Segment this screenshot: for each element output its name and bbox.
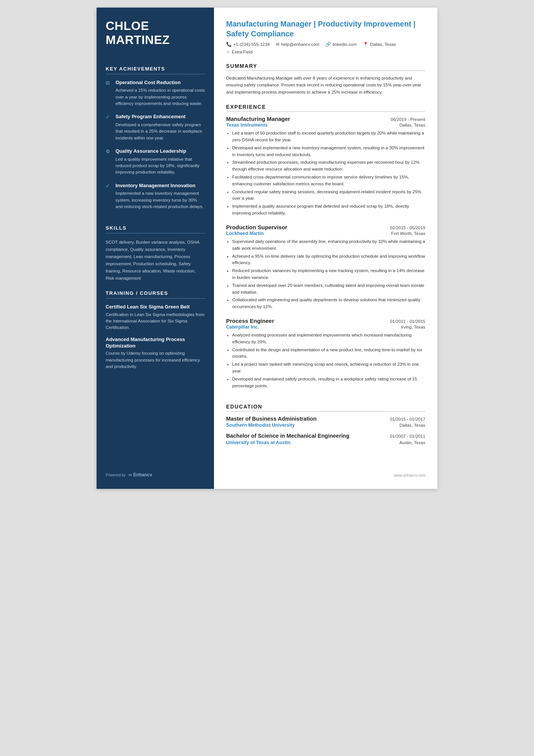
training-desc-2: Course by Udemy focusing on optimizing m… <box>106 350 205 370</box>
education-section-title: EDUCATION <box>226 404 425 410</box>
exp-location-1: Dallas, Texas <box>400 123 425 127</box>
edu-degree-1: Master of Business Administration <box>226 415 317 423</box>
edu-school-1: Southern Methodist University <box>226 423 295 428</box>
education-item-2: Bachelor of Science in Mechanical Engine… <box>226 432 425 445</box>
bullet: Implemented a quality assurance program … <box>232 203 425 217</box>
bullet: Developed and maintained safety protocol… <box>232 376 425 390</box>
training-list: Certified Lean Six Sigma Green Belt Cert… <box>106 304 205 375</box>
achievement-icon-1: ⊟ <box>106 80 112 86</box>
achievements-divider <box>106 74 205 74</box>
bullet: Supervised daily operations of the assem… <box>232 238 425 252</box>
training-item-1: Certified Lean Six Sigma Green Belt Cert… <box>106 304 205 331</box>
achievements-list: ⊟ Operational Cost Reduction Achieved a … <box>106 80 205 217</box>
edu-location-2: Austin, Texas <box>400 440 425 445</box>
exp-location-3: Irving, Texas <box>401 325 425 329</box>
bullet: Facilitated cross-departmental communica… <box>232 174 425 188</box>
main-footer: www.enhancv.com <box>226 466 425 477</box>
education-divider <box>226 411 425 412</box>
bullet: Trained and developed over 20 team membe… <box>232 282 425 296</box>
edu-school-2: University of Texas at Austin <box>226 440 290 445</box>
exp-title-3: Process Engineer <box>226 318 274 324</box>
achievement-item: ⊟ Operational Cost Reduction Achieved a … <box>106 80 205 107</box>
bullet: Reduced production variances by implemen… <box>232 268 425 281</box>
achievement-icon-4: ✓ <box>106 183 112 189</box>
exp-company-1: Texas Instruments <box>226 122 268 128</box>
bullet: Led a project team tasked with minimizin… <box>232 361 425 375</box>
contact-bar: 📞 +1-(234)-555-1234 ✉ help@enhancv.com 🔗… <box>226 42 425 55</box>
skills-section-title: SKILLS <box>106 225 205 231</box>
contact-location: 📍 Dallas, Texas <box>363 42 396 47</box>
achievement-item: ⚙ Quality Assurance Leadership Led a qua… <box>106 148 205 176</box>
exp-dates-1: 06/2019 - Present <box>391 117 425 122</box>
experience-item-2: Production Supervisor 02/2015 - 05/2019 … <box>226 224 425 311</box>
star-icon: ☆ <box>226 49 230 55</box>
achievement-desc-4: Implemented a new inventory management s… <box>106 190 205 210</box>
resume-container: CHLOE MARTINEZ KEY ACHIEVEMENTS ⊟ Operat… <box>97 8 437 489</box>
bullet: Achieved a 95% on-time delivery rate by … <box>232 253 425 267</box>
achievements-section-title: KEY ACHIEVEMENTS <box>106 66 205 72</box>
training-section-title: TRAINING / COURSES <box>106 290 205 296</box>
skills-divider <box>106 233 205 233</box>
bullet: Contributed to the design and implementa… <box>232 347 425 360</box>
main-content: Manufacturing Manager | Productivity Imp… <box>214 8 437 489</box>
achievement-desc-3: Led a quality improvement initiative tha… <box>106 156 205 176</box>
skills-text: SCOT delivery, Burden variance analysis,… <box>106 239 205 282</box>
edu-dates-2: 01/2007 - 01/2011 <box>390 434 425 438</box>
sidebar: CHLOE MARTINEZ KEY ACHIEVEMENTS ⊟ Operat… <box>97 8 214 489</box>
enhancv-logo: ∞ Enhancv <box>129 472 152 477</box>
exp-company-2: Lockheed Martin <box>226 231 264 236</box>
training-title-2: Advanced Manufacturing Process Optimizat… <box>106 337 205 349</box>
achievement-title-1: Operational Cost Reduction <box>116 80 181 86</box>
bullet: Led a team of 50 production staff to exc… <box>232 130 425 144</box>
experience-item-3: Process Engineer 01/2011 - 01/2015 Cater… <box>226 318 425 391</box>
bullet: Streamlined production processes, reduci… <box>232 159 425 173</box>
achievement-desc-1: Achieved a 15% reduction in operational … <box>106 87 205 107</box>
achievement-icon-3: ⚙ <box>106 149 112 154</box>
exp-title-2: Production Supervisor <box>226 224 287 230</box>
experience-section-title: EXPERIENCE <box>226 104 425 110</box>
achievement-title-3: Quality Assurance Leadership <box>116 148 186 155</box>
achievement-icon-2: ✓ <box>106 114 112 120</box>
edu-location-1: Dallas, Texas <box>400 423 425 427</box>
training-item-2: Advanced Manufacturing Process Optimizat… <box>106 337 205 370</box>
contact-linkedin[interactable]: 🔗 linkedin.com <box>325 42 357 47</box>
training-title-1: Certified Lean Six Sigma Green Belt <box>106 304 205 310</box>
email-icon: ✉ <box>276 42 279 47</box>
achievement-title-4: Inventory Management Innovation <box>116 183 195 189</box>
achievement-title-2: Safety Program Enhancement <box>116 114 186 120</box>
exp-bullets-3: Analyzed existing processes and implemen… <box>226 332 425 390</box>
exp-company-3: Caterpillar Inc. <box>226 324 259 330</box>
candidate-name: CHLOE MARTINEZ <box>106 19 205 47</box>
contact-phone: 📞 +1-(234)-555-1234 <box>226 42 270 47</box>
experience-divider <box>226 111 425 112</box>
exp-bullets-1: Led a team of 50 production staff to exc… <box>226 130 425 217</box>
summary-text: Dedicated Manufacturing Manager with ove… <box>226 75 425 95</box>
experience-item-1: Manufacturing Manager 06/2019 - Present … <box>226 116 425 218</box>
bullet: Conducted regular safety training sessio… <box>232 189 425 202</box>
training-desc-1: Certification in Lean Six Sigma methodol… <box>106 311 205 331</box>
summary-section-title: SUMMARY <box>226 63 425 69</box>
contact-extra: ☆ Extra Field <box>226 49 253 55</box>
bullet: Collaborated with engineering and qualit… <box>232 297 425 310</box>
achievement-desc-2: Developed a comprehensive safety program… <box>106 122 205 141</box>
edu-dates-1: 01/2015 - 01/2017 <box>390 417 425 421</box>
footer-url: www.enhancv.com <box>394 473 425 477</box>
education-item-1: Master of Business Administration 01/201… <box>226 415 425 428</box>
phone-icon: 📞 <box>226 42 232 47</box>
main-headline: Manufacturing Manager | Productivity Imp… <box>226 19 425 39</box>
sidebar-footer: Powered by ∞ Enhancv <box>106 461 205 477</box>
achievement-item: ✓ Inventory Management Innovation Implem… <box>106 183 205 210</box>
exp-bullets-2: Supervised daily operations of the assem… <box>226 238 425 310</box>
contact-email: ✉ help@enhancv.com <box>276 42 319 47</box>
location-icon: 📍 <box>363 42 368 47</box>
bullet: Developed and implemented a new inventor… <box>232 145 425 158</box>
achievement-item: ✓ Safety Program Enhancement Developed a… <box>106 114 205 141</box>
training-divider <box>106 298 205 299</box>
bullet: Analyzed existing processes and implemen… <box>232 332 425 346</box>
edu-degree-2: Bachelor of Science in Mechanical Engine… <box>226 432 350 440</box>
summary-divider <box>226 70 425 71</box>
linkedin-icon: 🔗 <box>325 42 331 47</box>
powered-by-label: Powered by <box>106 473 126 477</box>
exp-title-1: Manufacturing Manager <box>226 116 290 122</box>
exp-dates-2: 02/2015 - 05/2019 <box>390 225 425 230</box>
